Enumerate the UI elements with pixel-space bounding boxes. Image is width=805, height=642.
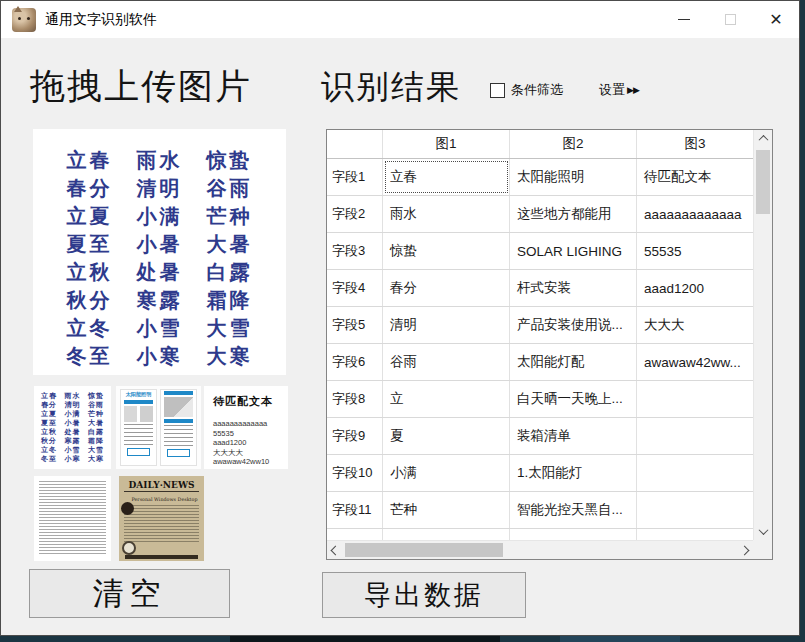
table-cell[interactable]: SOLAR LIGHING <box>510 233 637 269</box>
table-grid: 图1 图2 图3 字段1 立春 太阳能照明 待匹配文本 字段2 雨水 这些地方都… <box>327 130 753 540</box>
solar-terms-row: 立春 雨水 惊蛰 <box>33 146 286 174</box>
scroll-right-button[interactable] <box>736 541 753 559</box>
vertical-scrollbar-thumb[interactable] <box>756 150 770 214</box>
column-header: 图1 <box>383 130 510 158</box>
table-cell[interactable]: 春分 <box>383 270 510 306</box>
manual-footer-box <box>127 448 150 456</box>
table-cell-selected[interactable]: 立春 <box>383 159 510 195</box>
table-cell[interactable]: 惊蛰 <box>383 233 510 269</box>
table-cell[interactable]: 杆式安装 <box>510 270 637 306</box>
manual-text-lines <box>164 425 193 447</box>
table-cell[interactable]: 产品安装使用说... <box>510 307 637 343</box>
settings-link[interactable]: 设置 ▶▶ <box>599 81 639 99</box>
manual-blue-bar <box>164 419 193 423</box>
uploaded-image-preview[interactable]: 立春 雨水 惊蛰 春分 清明 谷雨 立夏 小满 芒种 夏至 小暑 大暑 立秋 处… <box>33 129 286 375</box>
newspaper-subtitle: Personal Windows Desktop <box>132 496 192 502</box>
table-cell[interactable]: aaaaaaaaaaaaa <box>637 196 753 232</box>
thumbnail-match-text[interactable]: 待匹配文本 aaaaaaaaaaaaa 55535 aaad1200 大大大大 … <box>204 386 288 469</box>
manual-page-2 <box>160 389 197 466</box>
row-label: 字段10 <box>327 455 383 491</box>
table-cell[interactable]: 这些地方都能用 <box>510 196 637 232</box>
solar-terms-row: 立夏 小满 芒种 <box>33 202 286 230</box>
table-cell[interactable] <box>637 455 753 491</box>
table-cell[interactable]: 装箱清单 <box>510 418 637 454</box>
table-row-partial <box>327 529 753 540</box>
table-row: 字段10 小满 1.太阳能灯 <box>327 455 753 492</box>
match-text-line: awawaw42ww10 <box>213 457 288 467</box>
title-bar: 通用文字识别软件 ✕ <box>1 1 799 38</box>
table-row: 字段11 芒种 智能光控天黑自... <box>327 492 753 529</box>
solar-terms-row: 立冬 小雪 大雪 <box>33 314 286 342</box>
match-text-line: aaad1200 <box>213 438 288 448</box>
scroll-down-button[interactable] <box>754 523 772 540</box>
horizontal-scrollbar-thumb[interactable] <box>345 543 503 557</box>
thumbnail-solar-terms[interactable]: 立春 雨水 惊蛰 春分 清明 谷雨 立夏 小满 芒种 夏至 小暑 大暑 立秋 处… <box>34 386 111 469</box>
table-cell[interactable]: 清明 <box>383 307 510 343</box>
row-label: 字段9 <box>327 418 383 454</box>
table-row: 字段4 春分 杆式安装 aaad1200 <box>327 270 753 307</box>
table-row: 字段6 谷雨 太阳能灯配 awawaw42ww... <box>327 344 753 381</box>
table-cell[interactable] <box>637 381 753 417</box>
table-cell[interactable]: 智能光控天黑自... <box>510 492 637 528</box>
thumbnail-text-document[interactable] <box>34 476 111 561</box>
table-cell[interactable]: 小满 <box>383 455 510 491</box>
manual-blue-bar <box>164 391 193 395</box>
chevron-down-icon <box>758 525 768 535</box>
table-cell[interactable]: 谷雨 <box>383 344 510 380</box>
settings-expand-icon: ▶▶ <box>627 85 639 95</box>
export-data-button[interactable]: 导出数据 <box>322 572 526 618</box>
newspaper-masthead: DAILY·NEWS <box>124 480 199 492</box>
table-cell[interactable]: 1.太阳能灯 <box>510 455 637 491</box>
thumbnail-product-manual[interactable]: 太阳能照明 <box>116 386 201 469</box>
manual-blue-bar <box>124 400 153 404</box>
manual-footer-box <box>167 449 190 457</box>
mini-solar-row: 秋分 寒露 霜降 <box>34 436 111 445</box>
table-cell[interactable]: 雨水 <box>383 196 510 232</box>
clear-button[interactable]: 清空 <box>29 569 230 618</box>
solar-terms-row: 冬至 小寒 大寒 <box>33 342 286 370</box>
maximize-button <box>707 1 753 38</box>
close-button[interactable]: ✕ <box>753 1 799 38</box>
table-cell[interactable]: 太阳能照明 <box>510 159 637 195</box>
table-cell[interactable]: 白天晒一天晚上... <box>510 381 637 417</box>
manual-text-lines <box>124 424 153 446</box>
row-label: 字段1 <box>327 159 383 195</box>
solar-terms-row: 春分 清明 谷雨 <box>33 174 286 202</box>
settings-label: 设置 <box>599 81 625 99</box>
table-cell[interactable]: 太阳能灯配 <box>510 344 637 380</box>
filter-group: 条件筛选 <box>490 81 563 99</box>
spacer <box>213 409 288 419</box>
clock-decoration <box>122 541 136 555</box>
table-cell[interactable]: 待匹配文本 <box>637 159 753 195</box>
filter-checkbox[interactable] <box>490 83 505 98</box>
chevron-right-icon <box>740 545 750 555</box>
solar-terms-row: 夏至 小暑 大暑 <box>33 230 286 258</box>
taskbar-segment <box>230 635 500 642</box>
column-header: 图2 <box>510 130 637 158</box>
row-label: 字段3 <box>327 233 383 269</box>
table-cell[interactable]: awawaw42ww... <box>637 344 753 380</box>
table-cell[interactable] <box>637 492 753 528</box>
minimize-button[interactable] <box>661 1 707 38</box>
results-table: 图1 图2 图3 字段1 立春 太阳能照明 待匹配文本 字段2 雨水 这些地方都… <box>326 129 773 560</box>
scroll-up-button[interactable] <box>754 130 772 147</box>
table-cell[interactable]: 大大大 <box>637 307 753 343</box>
scroll-left-button[interactable] <box>327 541 344 559</box>
table-cell[interactable]: 芒种 <box>383 492 510 528</box>
desktop: 通用文字识别软件 ✕ 拖拽上传图片 识别结果 条件筛选 设置 ▶▶ 立春 雨水 … <box>0 0 805 642</box>
table-cell[interactable]: 夏 <box>383 418 510 454</box>
horizontal-scrollbar[interactable] <box>327 540 753 559</box>
table-cell[interactable]: 立 <box>383 381 510 417</box>
table-cell[interactable] <box>637 418 753 454</box>
row-label <box>327 529 383 540</box>
vertical-scrollbar[interactable] <box>753 130 772 540</box>
thumbnail-newspaper[interactable]: DAILY·NEWS Personal Windows Desktop <box>119 476 204 561</box>
result-heading: 识别结果 <box>321 65 461 110</box>
table-cell[interactable]: 55535 <box>637 233 753 269</box>
app-window: 通用文字识别软件 ✕ 拖拽上传图片 识别结果 条件筛选 设置 ▶▶ 立春 雨水 … <box>0 0 800 636</box>
mini-solar-row: 立秋 处暑 白露 <box>34 427 111 436</box>
window-title: 通用文字识别软件 <box>45 11 157 29</box>
table-row: 字段3 惊蛰 SOLAR LIGHING 55535 <box>327 233 753 270</box>
table-cell[interactable]: aaad1200 <box>637 270 753 306</box>
manual-title: 太阳能照明 <box>124 391 154 399</box>
